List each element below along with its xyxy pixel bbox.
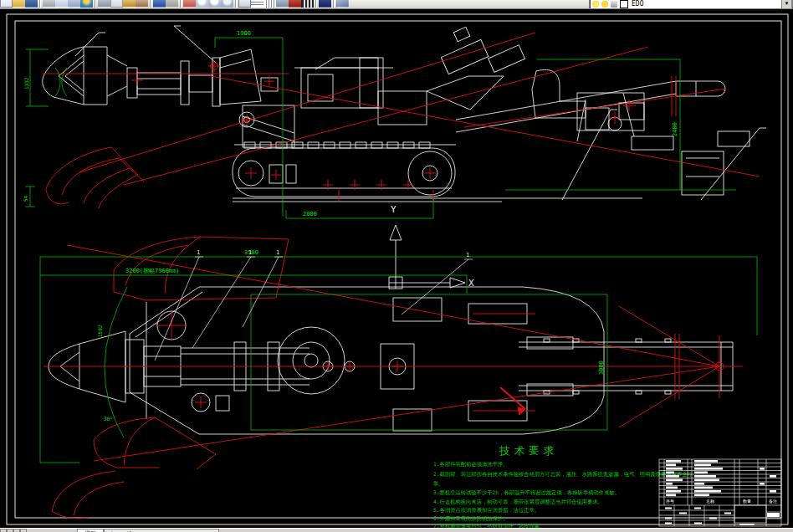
publish-icon[interactable]: [68, 0, 80, 8]
lock-icon[interactable]: [611, 1, 617, 8]
dimension-label: 1592: [97, 325, 103, 337]
cut-icon[interactable]: [98, 0, 110, 8]
preview-icon[interactable]: [55, 0, 68, 8]
dimension-label: 30°: [104, 416, 113, 422]
redo-icon[interactable]: [166, 0, 178, 8]
image-icon[interactable]: [276, 0, 289, 8]
bom-header-col: 名称: [706, 499, 714, 504]
layer-name-label: EDO: [632, 0, 643, 8]
tab-layout1[interactable]: Layout1: [104, 529, 219, 532]
layout-tab-bar: 模型 Layout1: [0, 528, 793, 532]
eraser-icon[interactable]: [183, 0, 196, 8]
table-icon[interactable]: [251, 0, 263, 8]
toolbar-separator: [95, 0, 96, 8]
side-view: [43, 26, 766, 202]
layer-combo[interactable]: EDO ▼: [589, 0, 793, 9]
tech-requirement-line: 5.各润滑点按润滑表加注润滑脂，油位正常。: [433, 507, 540, 514]
dimension-label: 54: [23, 195, 28, 202]
toolbar: EDO ▼: [0, 0, 793, 9]
toolbar-separator: [235, 0, 237, 8]
open-icon[interactable]: [13, 0, 25, 8]
toolbar-separator: [180, 0, 182, 8]
dimension-label: 1900: [237, 30, 251, 37]
tab-nav-first[interactable]: [0, 529, 7, 532]
side-view-centerlines: [42, 33, 760, 208]
tab-model[interactable]: 模型: [77, 529, 104, 532]
undo-icon[interactable]: [153, 0, 166, 8]
tab-nav-next[interactable]: [13, 529, 20, 532]
text-style-icon[interactable]: [238, 0, 251, 8]
dimension-label: 3000: [598, 361, 605, 375]
toolbar-separator: [39, 0, 41, 8]
tech-requirement-line: 1.各部件装配前必须清洗干净。: [433, 461, 508, 468]
matchprop-icon[interactable]: [136, 0, 148, 8]
tech-requirement-line: 2.截割部、装运部按各自技术条件验收合格后方可总装，液压、水路系统无渗漏，电气、…: [433, 471, 693, 478]
layer-color-swatch[interactable]: [620, 0, 628, 8]
plan-view-dimensions: [40, 257, 757, 463]
bom-header-col: 数量: [743, 499, 751, 504]
zoom-window-icon[interactable]: [208, 0, 221, 8]
toolbar-separator: [150, 0, 151, 8]
title-block: 序号 名称 数量 备注: [659, 459, 781, 526]
drawing-canvas[interactable]: 1900 2400 2800 1332 54 Y X: [0, 9, 793, 528]
render-icon[interactable]: [289, 0, 301, 8]
ucs-icon: Y X: [389, 204, 474, 289]
tech-requirement-line: 靠。: [433, 480, 444, 486]
layers-icon[interactable]: [336, 0, 349, 8]
paste-icon[interactable]: [123, 0, 136, 8]
tech-requirement-line: 7.整机表面涂漆均匀，不得有流挂、起皮现象。: [433, 523, 545, 528]
side-view-dimensions: [25, 38, 736, 218]
combo-dropdown-arrow[interactable]: ▼: [781, 0, 792, 9]
callouts: 1 1 1 1: [155, 249, 473, 361]
new-icon[interactable]: [0, 0, 13, 8]
bulb-icon[interactable]: [592, 1, 599, 8]
toolbar-separator: [315, 0, 317, 8]
bom-header-col: 备注: [769, 499, 777, 504]
callout-label: 1: [466, 252, 469, 258]
callout-label: 1: [276, 249, 279, 256]
tech-requirement-line: 6.外露加工表面涂防锈油保护。: [433, 515, 508, 522]
print-icon[interactable]: [43, 0, 55, 8]
web-icon[interactable]: [80, 0, 93, 8]
dimension-label: 3200(摆幅7960mm): [125, 268, 180, 274]
movie-icon[interactable]: [319, 0, 331, 8]
application-window: EDO ▼: [0, 0, 793, 532]
dimension-label: 2400: [672, 122, 678, 136]
callout-label: 1: [197, 249, 200, 256]
zoom-realtime-icon[interactable]: [196, 0, 208, 8]
bom-header-col: 序号: [666, 499, 674, 504]
grid-icon[interactable]: [301, 0, 314, 8]
tech-requirements-title: 技术要求: [499, 444, 558, 457]
copy-icon[interactable]: [110, 0, 123, 8]
tech-requirements: 技术要求 1.各部件装配前必须清洗干净。 2.截割部、装运部按各自技术条件验收合…: [433, 444, 693, 528]
sun-icon[interactable]: [601, 1, 608, 8]
tech-requirement-line: 4.行走机构换向灵活，制动可靠，履带张紧度调整适当并符合使用要求。: [433, 499, 603, 505]
sheet-border: [7, 14, 788, 524]
save-icon[interactable]: [25, 0, 38, 8]
cad-drawing: 1900 2400 2800 1332 54 Y X: [0, 9, 793, 528]
plan-view: [49, 287, 733, 434]
dimension-label: 2800: [303, 211, 317, 217]
tech-requirement-line: 3.整机空运转试验不少于2h，各部温升不得超过规定值，各操纵手柄动作灵敏。: [433, 489, 620, 496]
callout-label: 1: [248, 249, 252, 256]
dimension-label: 1332: [23, 77, 29, 90]
ucs-y-label: Y: [391, 204, 396, 215]
toolbar-separator: [333, 0, 335, 8]
tab-nav-prev[interactable]: [7, 529, 13, 532]
zoom-previous-icon[interactable]: [221, 0, 233, 8]
tab-nav-last[interactable]: [20, 529, 27, 532]
layer-manager-icon[interactable]: [263, 0, 276, 8]
